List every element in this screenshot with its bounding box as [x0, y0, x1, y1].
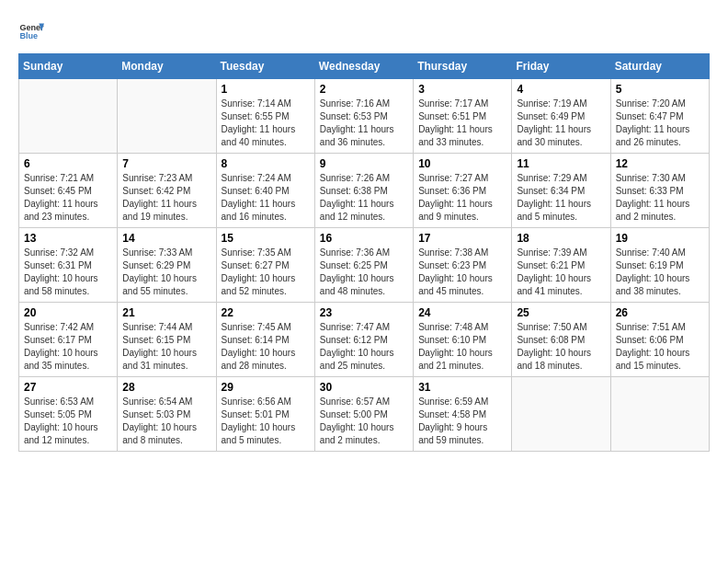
calendar-cell: 22Sunrise: 7:45 AM Sunset: 6:14 PM Dayli…: [216, 303, 314, 377]
day-info: Sunrise: 6:57 AM Sunset: 5:00 PM Dayligh…: [320, 396, 408, 447]
day-info: Sunrise: 7:29 AM Sunset: 6:34 PM Dayligh…: [517, 172, 605, 224]
day-number: 13: [24, 232, 112, 245]
calendar-cell: 21Sunrise: 7:44 AM Sunset: 6:15 PM Dayli…: [118, 303, 216, 377]
calendar-cell: [118, 79, 216, 154]
day-info: Sunrise: 7:42 AM Sunset: 6:17 PM Dayligh…: [24, 321, 112, 373]
weekday-header-thursday: Thursday: [414, 54, 512, 79]
calendar-cell: 2Sunrise: 7:16 AM Sunset: 6:53 PM Daylig…: [314, 79, 413, 154]
day-number: 3: [418, 83, 506, 96]
calendar-cell: 11Sunrise: 7:29 AM Sunset: 6:34 PM Dayli…: [512, 154, 610, 228]
day-number: 6: [24, 157, 112, 170]
week-row-5: 27Sunrise: 6:53 AM Sunset: 5:05 PM Dayli…: [19, 377, 710, 452]
week-row-1: 1Sunrise: 7:14 AM Sunset: 6:55 PM Daylig…: [19, 79, 710, 154]
day-info: Sunrise: 7:35 AM Sunset: 6:27 PM Dayligh…: [222, 247, 310, 298]
day-number: 17: [418, 232, 506, 245]
weekday-header-monday: Monday: [118, 54, 216, 79]
calendar-cell: 31Sunrise: 6:59 AM Sunset: 4:58 PM Dayli…: [414, 377, 512, 452]
day-number: 23: [320, 306, 408, 319]
day-info: Sunrise: 7:48 AM Sunset: 6:10 PM Dayligh…: [418, 321, 506, 373]
day-info: Sunrise: 7:14 AM Sunset: 6:55 PM Dayligh…: [222, 98, 310, 149]
day-number: 8: [222, 157, 310, 170]
day-info: Sunrise: 7:30 AM Sunset: 6:33 PM Dayligh…: [616, 172, 704, 224]
calendar-cell: 19Sunrise: 7:40 AM Sunset: 6:19 PM Dayli…: [610, 228, 709, 303]
page-header: General Blue: [18, 18, 710, 44]
day-number: 20: [24, 306, 112, 319]
day-info: Sunrise: 7:21 AM Sunset: 6:45 PM Dayligh…: [24, 172, 112, 224]
day-info: Sunrise: 7:47 AM Sunset: 6:12 PM Dayligh…: [320, 321, 408, 373]
calendar-cell: 8Sunrise: 7:24 AM Sunset: 6:40 PM Daylig…: [216, 154, 314, 228]
calendar-cell: 30Sunrise: 6:57 AM Sunset: 5:00 PM Dayli…: [314, 377, 413, 452]
day-number: 30: [320, 381, 408, 394]
day-info: Sunrise: 7:50 AM Sunset: 6:08 PM Dayligh…: [517, 321, 605, 373]
weekday-header-saturday: Saturday: [610, 54, 709, 79]
calendar-cell: [19, 79, 118, 154]
day-info: Sunrise: 7:27 AM Sunset: 6:36 PM Dayligh…: [418, 172, 506, 224]
logo: General Blue: [18, 18, 48, 44]
day-info: Sunrise: 7:17 AM Sunset: 6:51 PM Dayligh…: [418, 98, 506, 149]
day-info: Sunrise: 6:53 AM Sunset: 5:05 PM Dayligh…: [24, 396, 112, 447]
day-info: Sunrise: 7:39 AM Sunset: 6:21 PM Dayligh…: [517, 247, 605, 298]
day-info: Sunrise: 7:24 AM Sunset: 6:40 PM Dayligh…: [222, 172, 310, 224]
calendar-cell: 14Sunrise: 7:33 AM Sunset: 6:29 PM Dayli…: [118, 228, 216, 303]
day-number: 19: [616, 232, 704, 245]
day-info: Sunrise: 7:26 AM Sunset: 6:38 PM Dayligh…: [320, 172, 408, 224]
day-number: 31: [418, 381, 506, 394]
weekday-header-row: SundayMondayTuesdayWednesdayThursdayFrid…: [19, 54, 710, 79]
svg-text:Blue: Blue: [19, 31, 38, 40]
calendar-cell: 29Sunrise: 6:56 AM Sunset: 5:01 PM Dayli…: [216, 377, 314, 452]
calendar-cell: 28Sunrise: 6:54 AM Sunset: 5:03 PM Dayli…: [118, 377, 216, 452]
day-number: 24: [418, 306, 506, 319]
day-number: 18: [517, 232, 605, 245]
day-info: Sunrise: 6:59 AM Sunset: 4:58 PM Dayligh…: [418, 396, 506, 447]
day-info: Sunrise: 6:54 AM Sunset: 5:03 PM Dayligh…: [122, 396, 210, 447]
logo-icon: General Blue: [18, 18, 44, 44]
day-number: 7: [122, 157, 210, 170]
weekday-header-sunday: Sunday: [19, 54, 118, 79]
calendar-cell: 5Sunrise: 7:20 AM Sunset: 6:47 PM Daylig…: [610, 79, 709, 154]
day-info: Sunrise: 7:44 AM Sunset: 6:15 PM Dayligh…: [122, 321, 210, 373]
calendar-cell: 9Sunrise: 7:26 AM Sunset: 6:38 PM Daylig…: [314, 154, 413, 228]
day-number: 22: [222, 306, 310, 319]
calendar-cell: 20Sunrise: 7:42 AM Sunset: 6:17 PM Dayli…: [19, 303, 118, 377]
day-number: 11: [517, 157, 605, 170]
week-row-3: 13Sunrise: 7:32 AM Sunset: 6:31 PM Dayli…: [19, 228, 710, 303]
calendar-cell: 23Sunrise: 7:47 AM Sunset: 6:12 PM Dayli…: [314, 303, 413, 377]
calendar-cell: 3Sunrise: 7:17 AM Sunset: 6:51 PM Daylig…: [414, 79, 512, 154]
day-info: Sunrise: 7:33 AM Sunset: 6:29 PM Dayligh…: [122, 247, 210, 298]
day-info: Sunrise: 7:20 AM Sunset: 6:47 PM Dayligh…: [616, 98, 704, 149]
weekday-header-wednesday: Wednesday: [314, 54, 413, 79]
day-number: 21: [122, 306, 210, 319]
calendar-cell: 27Sunrise: 6:53 AM Sunset: 5:05 PM Dayli…: [19, 377, 118, 452]
day-number: 2: [320, 83, 408, 96]
day-info: Sunrise: 7:36 AM Sunset: 6:25 PM Dayligh…: [320, 247, 408, 298]
calendar-cell: 12Sunrise: 7:30 AM Sunset: 6:33 PM Dayli…: [610, 154, 709, 228]
day-info: Sunrise: 7:19 AM Sunset: 6:49 PM Dayligh…: [517, 98, 605, 149]
day-number: 15: [222, 232, 310, 245]
day-info: Sunrise: 7:38 AM Sunset: 6:23 PM Dayligh…: [418, 247, 506, 298]
day-number: 26: [616, 306, 704, 319]
day-info: Sunrise: 7:23 AM Sunset: 6:42 PM Dayligh…: [122, 172, 210, 224]
calendar-cell: 24Sunrise: 7:48 AM Sunset: 6:10 PM Dayli…: [414, 303, 512, 377]
calendar-cell: 15Sunrise: 7:35 AM Sunset: 6:27 PM Dayli…: [216, 228, 314, 303]
week-row-4: 20Sunrise: 7:42 AM Sunset: 6:17 PM Dayli…: [19, 303, 710, 377]
day-number: 9: [320, 157, 408, 170]
day-number: 4: [517, 83, 605, 96]
day-info: Sunrise: 7:16 AM Sunset: 6:53 PM Dayligh…: [320, 98, 408, 149]
day-number: 14: [122, 232, 210, 245]
calendar-cell: 25Sunrise: 7:50 AM Sunset: 6:08 PM Dayli…: [512, 303, 610, 377]
day-number: 16: [320, 232, 408, 245]
calendar-table: SundayMondayTuesdayWednesdayThursdayFrid…: [18, 53, 710, 452]
day-number: 29: [222, 381, 310, 394]
weekday-header-tuesday: Tuesday: [216, 54, 314, 79]
calendar-cell: 18Sunrise: 7:39 AM Sunset: 6:21 PM Dayli…: [512, 228, 610, 303]
day-number: 5: [616, 83, 704, 96]
day-info: Sunrise: 7:45 AM Sunset: 6:14 PM Dayligh…: [222, 321, 310, 373]
day-number: 1: [222, 83, 310, 96]
day-info: Sunrise: 7:32 AM Sunset: 6:31 PM Dayligh…: [24, 247, 112, 298]
calendar-cell: [512, 377, 610, 452]
calendar-cell: 13Sunrise: 7:32 AM Sunset: 6:31 PM Dayli…: [19, 228, 118, 303]
day-info: Sunrise: 7:51 AM Sunset: 6:06 PM Dayligh…: [616, 321, 704, 373]
calendar-cell: [610, 377, 709, 452]
day-number: 12: [616, 157, 704, 170]
calendar-cell: 10Sunrise: 7:27 AM Sunset: 6:36 PM Dayli…: [414, 154, 512, 228]
